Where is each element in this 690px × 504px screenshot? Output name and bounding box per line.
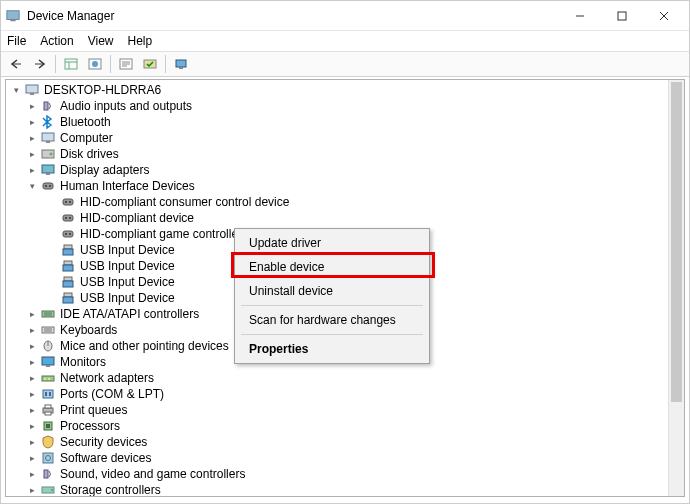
menu-file[interactable]: File (7, 34, 26, 48)
expander-icon[interactable] (26, 452, 38, 464)
menu-action[interactable]: Action (40, 34, 73, 48)
expander-icon[interactable] (26, 164, 38, 176)
expander-icon[interactable] (26, 372, 38, 384)
expander-icon[interactable] (26, 340, 38, 352)
maximize-button[interactable] (601, 2, 643, 30)
svg-rect-42 (63, 249, 73, 255)
expander-icon[interactable] (26, 132, 38, 144)
tree-item-label: Display adapters (60, 162, 149, 178)
minimize-button[interactable] (559, 2, 601, 30)
tree-root[interactable]: DESKTOP-HLDRRA6 (6, 82, 684, 98)
svg-rect-44 (63, 265, 73, 271)
svg-rect-32 (63, 199, 73, 205)
tree-category[interactable]: Security devices (6, 434, 684, 450)
tree-device[interactable]: HID-compliant device (6, 210, 684, 226)
vertical-scrollbar[interactable] (668, 80, 684, 496)
tree-item-label: Bluetooth (60, 114, 111, 130)
expander-icon[interactable] (26, 356, 38, 368)
expander-icon[interactable] (26, 436, 38, 448)
tree-category[interactable]: Ports (COM & LPT) (6, 386, 684, 402)
tree-category[interactable]: Processors (6, 418, 684, 434)
tree-item-label: Print queues (60, 402, 127, 418)
tree-category[interactable]: Computer (6, 130, 684, 146)
tree-category[interactable]: Disk drives (6, 146, 684, 162)
tree-category[interactable]: Audio inputs and outputs (6, 98, 684, 114)
svg-rect-63 (45, 392, 47, 396)
menu-view[interactable]: View (88, 34, 114, 48)
context-menu-item[interactable]: Enable device (237, 255, 427, 279)
expander-icon[interactable] (26, 148, 38, 160)
svg-rect-64 (49, 392, 51, 396)
svg-rect-21 (30, 93, 34, 95)
usb-icon (60, 291, 76, 305)
expander-icon[interactable] (26, 388, 38, 400)
expander-icon[interactable] (26, 484, 38, 496)
expander-icon[interactable] (10, 84, 22, 96)
root-icon (24, 83, 40, 97)
tree-category[interactable]: Sound, video and game controllers (6, 466, 684, 482)
context-menu-item[interactable]: Uninstall device (237, 279, 427, 303)
svg-rect-67 (45, 412, 51, 415)
tree-item-label: Mice and other pointing devices (60, 338, 229, 354)
computer-icon (40, 131, 56, 145)
ports-icon (40, 387, 56, 401)
svg-rect-22 (44, 102, 48, 110)
tree-category[interactable]: Human Interface Devices (6, 178, 684, 194)
expander-icon[interactable] (26, 468, 38, 480)
svg-rect-23 (42, 133, 54, 141)
tree-category[interactable]: Network adapters (6, 370, 684, 386)
security-icon (40, 435, 56, 449)
svg-point-33 (65, 201, 67, 203)
show-hidden-button[interactable] (60, 54, 82, 74)
tree-category[interactable]: Print queues (6, 402, 684, 418)
expander-icon[interactable] (26, 100, 38, 112)
tree-item-label: USB Input Device (80, 274, 175, 290)
expander-icon[interactable] (26, 404, 38, 416)
svg-point-40 (69, 233, 71, 235)
expander-icon[interactable] (26, 116, 38, 128)
enable-button[interactable] (139, 54, 161, 74)
menu-help[interactable]: Help (128, 34, 153, 48)
svg-point-31 (49, 185, 51, 187)
tree-category[interactable]: Software devices (6, 450, 684, 466)
expander-icon[interactable] (26, 308, 38, 320)
svg-rect-3 (618, 12, 626, 20)
svg-rect-58 (46, 365, 50, 367)
tree-device[interactable]: HID-compliant consumer control device (6, 194, 684, 210)
svg-point-74 (51, 489, 53, 491)
tree-item-label: Computer (60, 130, 113, 146)
svg-rect-62 (43, 390, 53, 398)
svg-rect-18 (176, 60, 186, 67)
svg-point-30 (45, 185, 47, 187)
svg-point-39 (65, 233, 67, 235)
context-menu-separator (241, 305, 423, 306)
expander-icon[interactable] (26, 180, 38, 192)
properties-button[interactable] (115, 54, 137, 74)
display-icon (40, 163, 56, 177)
context-menu-item[interactable]: Update driver (237, 231, 427, 255)
close-button[interactable] (643, 2, 685, 30)
scrollbar-thumb[interactable] (671, 82, 682, 402)
ide-icon (40, 307, 56, 321)
tree-category[interactable]: Bluetooth (6, 114, 684, 130)
svg-rect-35 (63, 215, 73, 221)
back-button[interactable] (5, 54, 27, 74)
tree-category[interactable]: Storage controllers (6, 482, 684, 497)
tree-item-label: HID-compliant device (80, 210, 194, 226)
context-menu: Update driverEnable deviceUninstall devi… (234, 228, 430, 364)
tree-category[interactable]: Display adapters (6, 162, 684, 178)
forward-button[interactable] (29, 54, 51, 74)
expander-icon[interactable] (26, 324, 38, 336)
toolbar (1, 51, 689, 77)
scan-button[interactable] (170, 54, 192, 74)
svg-rect-49 (42, 311, 54, 317)
tree-item-label: Ports (COM & LPT) (60, 386, 164, 402)
expander-icon[interactable] (26, 420, 38, 432)
context-menu-item[interactable]: Scan for hardware changes (237, 308, 427, 332)
svg-rect-24 (46, 141, 50, 143)
help-button[interactable] (84, 54, 106, 74)
tree-item-label: USB Input Device (80, 258, 175, 274)
tree-item-label: Keyboards (60, 322, 117, 338)
context-menu-item[interactable]: Properties (237, 337, 427, 361)
speaker-icon (40, 99, 56, 113)
